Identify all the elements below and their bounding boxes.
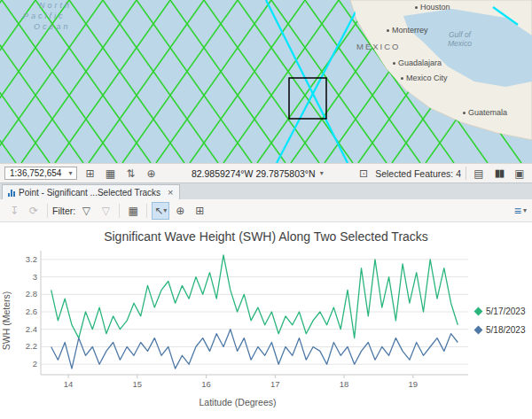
legend-item-series1[interactable]: 5/17/2023 [475, 306, 530, 316]
lock-icon[interactable]: ▣ [512, 166, 528, 182]
filter-by-extent-icon[interactable]: ▽ [77, 202, 95, 220]
filter-by-selection-icon[interactable]: ▽ [97, 202, 114, 220]
filter-label: Filter: [52, 206, 75, 216]
zoom-in-icon[interactable]: ⊕ [171, 202, 189, 220]
map-canvas [0, 0, 532, 163]
full-extent-icon[interactable]: ⊞ [82, 166, 98, 182]
selected-features-count: Selected Features: 4 [375, 168, 461, 179]
legend-label: 5/17/2023 [486, 306, 526, 316]
legend-swatch-diamond [474, 326, 483, 335]
divider [47, 204, 48, 218]
legend-label: 5/18/2023 [486, 325, 526, 335]
chart-plot-area[interactable]: 22.22.42.62.833.2141516171819 [14, 245, 475, 396]
selection-icon: ⊡ [356, 166, 372, 182]
svg-text:19: 19 [409, 379, 419, 389]
svg-text:14: 14 [64, 379, 74, 389]
grid-icon[interactable]: ▦ [102, 166, 118, 182]
chevron-down-icon: ▾ [68, 169, 72, 177]
map-scale-select[interactable]: 1:36,752,654 ▾ [4, 167, 77, 180]
list-icon: ≡ [514, 204, 521, 218]
ocean-label-line1: North [39, 1, 72, 10]
legend-item-series2[interactable]: 5/18/2023 [475, 325, 530, 335]
swap-view-icon[interactable]: ⇅ [122, 166, 138, 182]
chart-properties-icon[interactable]: ≡ ▾ [514, 204, 527, 218]
fixed-zoom-icon[interactable]: ⊞ [191, 202, 208, 220]
refresh-icon[interactable]: ⟳ [25, 202, 43, 220]
chevron-down-icon: ▾ [320, 169, 324, 177]
chart-toolbar: ↧ ⟳ Filter: ▽ ▽ ▦ ↖ ▾ ⊕ ⊞ ≡ ▾ [0, 199, 532, 222]
data-table-icon[interactable]: ▦ [124, 202, 142, 220]
zoom-tool-icon[interactable]: ⊕ [143, 166, 159, 182]
svg-text:2: 2 [33, 359, 37, 369]
export-chart-icon[interactable]: ↧ [5, 202, 23, 220]
svg-text:2.2: 2.2 [26, 341, 37, 351]
svg-text:2.6: 2.6 [26, 306, 37, 316]
map-status-bar: 1:36,752,654 ▾ ⊞ ▦ ⇅ ⊕ 82.9859274°W 29.7… [0, 163, 532, 182]
svg-text:3.2: 3.2 [26, 254, 37, 264]
map-view[interactable]: North Pacific Ocean Gulf ofMexico Housto… [0, 0, 532, 163]
pause-drawing-icon[interactable]: ▮▮ [491, 166, 507, 182]
view-tab-bar: Point - Significant ...Selected Tracks × [0, 182, 532, 199]
divider [119, 204, 120, 218]
ocean-label-line2: Pacific [23, 12, 66, 20]
legend-swatch-diamond [474, 307, 483, 316]
chevron-down-icon: ▾ [523, 206, 527, 214]
svg-text:3: 3 [33, 272, 37, 282]
svg-text:17: 17 [270, 379, 280, 389]
svg-text:15: 15 [133, 379, 143, 389]
chart-legend: 5/17/2023 5/18/2023 [475, 245, 530, 396]
tab-chart-view[interactable]: Point - Significant ...Selected Tracks × [2, 184, 180, 199]
svg-text:16: 16 [201, 379, 211, 389]
map-scale-value: 1:36,752,654 [10, 168, 61, 178]
y-axis-title: SWH (Meters) [0, 245, 14, 396]
coordinates-value: 82.9859274°W 29.7875803°N [192, 168, 316, 179]
ocean-label-line3: Ocean [34, 22, 71, 31]
chevron-down-icon: ▾ [163, 206, 167, 214]
svg-text:2.4: 2.4 [26, 324, 37, 334]
divider [146, 204, 147, 218]
chart-icon [8, 189, 15, 197]
gulf-of-mexico-label: Gulf ofMexico [448, 30, 472, 48]
svg-text:2.8: 2.8 [26, 289, 37, 299]
selected-features-button[interactable]: ⊡ Selected Features: 4 [356, 166, 461, 182]
divider [466, 167, 466, 180]
attribute-table-icon[interactable]: ▤ [471, 166, 487, 182]
coordinates-display[interactable]: 82.9859274°W 29.7875803°N ▾ [192, 168, 324, 179]
tab-title: Point - Significant ...Selected Tracks [19, 188, 160, 198]
tab-close-icon[interactable]: × [168, 188, 173, 198]
pointer-icon: ↖ [154, 205, 163, 217]
map-label-mexico-country: MÉXICO [356, 42, 400, 51]
svg-text:18: 18 [340, 379, 349, 389]
app-window: North Pacific Ocean Gulf ofMexico Housto… [0, 0, 532, 419]
chart-title: Significant Wave Height (SWH) Along Two … [0, 222, 532, 244]
select-tool-icon[interactable]: ↖ ▾ [152, 202, 169, 220]
x-axis-title: Latitude (Degrees) [0, 397, 475, 407]
chart-panel: Significant Wave Height (SWH) Along Two … [0, 222, 532, 419]
